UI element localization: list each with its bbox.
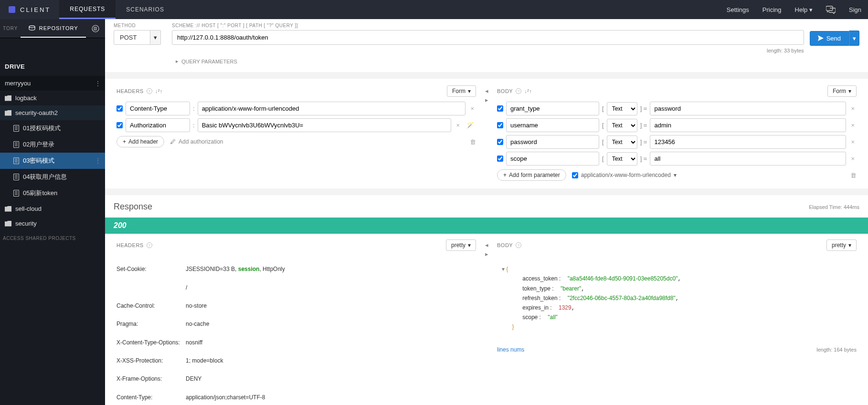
add-authorization[interactable]: 🖉Add authorization [170,138,223,145]
body-value[interactable] [650,102,846,115]
sidebar-tab-repository[interactable]: REPOSITORY [21,19,86,38]
headers-form-toggle[interactable]: Form [447,85,476,97]
body-type[interactable]: Text [607,135,637,149]
send-dropdown[interactable] [849,31,859,46]
remove-icon[interactable]: × [849,155,857,162]
resp-body-pretty[interactable]: pretty [826,239,857,251]
sort-icon[interactable]: ↓²↑ [524,88,532,94]
body-value[interactable] [650,152,846,166]
tree-folder-logback[interactable]: logback [0,91,105,105]
response-panel: Response Elapsed Time: 444ms 200 HEADERS… [105,195,868,405]
query-params-toggle[interactable]: QUERY PARAMETERS [176,58,859,64]
add-form-param-button[interactable]: +Add form parameter [497,169,566,181]
tree-folder-sell-cloud[interactable]: sell-cloud [0,201,105,216]
tree-file-03[interactable]: 03密码模式 ⋮ [0,153,105,169]
tab-scenarios[interactable]: SCENARIOS [116,0,175,19]
brand-logo [9,6,15,13]
request-headers-col: HEADERS ? ↓²↑ Form : × [114,85,479,181]
help-icon[interactable]: ? [147,88,152,94]
topnav: CLIENT REQUESTS SCENARIOS Settings Prici… [0,0,868,19]
file-icon [13,125,19,132]
body-type[interactable]: Text [607,102,637,115]
dots-icon[interactable]: ⋮ [95,80,101,87]
folder-icon [5,95,11,101]
tab-requests[interactable]: REQUESTS [59,0,116,19]
request-body-col: BODY ? ↓²↑ Form [ Text ] = [494,85,859,181]
brand-text: CLIENT [20,6,51,13]
remove-icon[interactable]: × [849,105,857,112]
help-icon[interactable]: ? [516,88,521,94]
sort-icon[interactable]: ↓²↑ [155,88,163,94]
sidebar-tab-history[interactable]: TORY [0,26,21,31]
body-value[interactable] [650,118,846,132]
tree-file-02[interactable]: 02用户登录 [0,136,105,153]
tree-file-05[interactable]: 05刷新token [0,185,105,201]
url-input[interactable] [172,30,804,45]
remove-icon[interactable]: × [468,105,476,112]
remove-icon[interactable]: × [454,122,462,129]
folder-icon [5,206,11,212]
body-key[interactable] [506,102,599,115]
split-separator [479,85,494,181]
send-button[interactable]: Send [810,31,849,46]
nav-settings[interactable]: Settings [720,0,756,19]
help-icon[interactable]: ? [516,242,521,248]
trash-icon[interactable]: 🗑 [470,138,476,145]
body-enabled[interactable] [497,156,503,162]
chat-icon[interactable] [819,0,842,19]
body-row: [ Text ] = × [497,135,857,149]
resp-headers-pretty[interactable]: pretty [446,239,476,251]
headers-title: HEADERS ? ↓²↑ [116,88,163,94]
magic-icon[interactable]: 🪄 [465,122,476,129]
lines-nums-toggle[interactable]: lines nums [497,346,524,353]
body-type[interactable]: Text [607,152,637,166]
body-value[interactable] [650,135,846,149]
sidebar: TORY REPOSITORY DRIVE merryyou⋮ logback … [0,19,105,405]
header-key[interactable] [126,102,190,115]
header-row: : × [116,102,476,115]
collapse-left-icon[interactable] [485,241,488,249]
body-row: [ Text ] = × [497,152,857,166]
trash-icon[interactable]: 🗑 [850,172,857,179]
nav-pricing[interactable]: Pricing [756,0,788,19]
body-type[interactable]: Text [607,119,637,132]
response-headers-block: Set-Cookie:JSESSIONID=33 B, session, Htt… [116,256,476,405]
shared-projects-label[interactable]: ACCESS SHARED PROJECTS [0,231,105,246]
help-icon[interactable]: ? [147,242,152,248]
tree-root-merryyou[interactable]: merryyou⋮ [0,76,105,91]
remove-icon[interactable]: × [849,138,857,145]
body-key[interactable] [506,118,599,132]
body-form-toggle[interactable]: Form [827,85,857,97]
body-enabled[interactable] [497,122,503,128]
remove-icon[interactable]: × [849,122,857,129]
tree-file-01[interactable]: 01授权码模式 [0,120,105,136]
body-enabled[interactable] [497,139,503,145]
body-title: BODY ? ↓²↑ [497,88,532,94]
header-value[interactable] [198,102,466,115]
dots-icon[interactable]: ⋮ [95,157,101,165]
add-header-button[interactable]: +Add header [116,136,164,147]
method-caret[interactable] [150,30,161,45]
tree-file-04[interactable]: 04获取用户信息 [0,169,105,185]
body-key[interactable] [506,152,599,166]
method-label: METHOD [114,23,166,28]
body-key[interactable] [506,135,599,149]
nav-sign[interactable]: Sign [842,0,868,19]
header-enabled[interactable] [116,122,123,128]
body-enabled[interactable] [497,105,503,112]
tree-folder-security-oauth2[interactable]: security-oauth2 [0,105,105,120]
split-separator [479,239,494,405]
method-select[interactable]: POST [114,30,166,45]
collapse-left-icon[interactable] [485,87,488,94]
tree-folder-security[interactable]: security [0,216,105,231]
collapse-right-icon[interactable] [485,250,488,258]
header-key[interactable] [126,118,190,132]
status-bar: 200 [105,218,868,234]
url-length: length: 33 bytes [172,48,804,53]
header-enabled[interactable] [116,105,123,112]
content-type-label[interactable]: application/x-www-form-urlencoded [572,172,677,178]
nav-help[interactable]: Help [788,0,819,19]
sidebar-new-file[interactable] [86,25,105,32]
collapse-right-icon[interactable] [485,96,488,104]
header-value[interactable] [198,118,452,132]
